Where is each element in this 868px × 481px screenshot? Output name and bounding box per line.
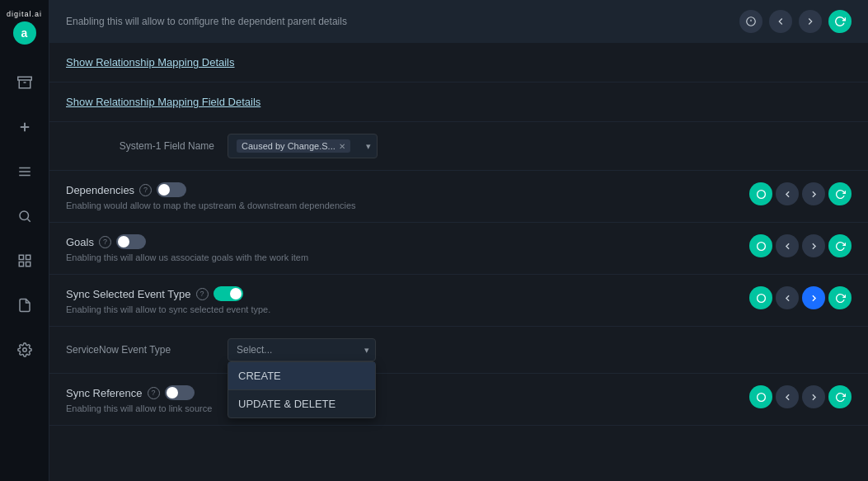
sync-reference-title: Sync Reference ? [66, 385, 733, 400]
goals-toggle-knob [118, 236, 129, 248]
sync-reference-action-btns [749, 385, 852, 408]
info-btn-1[interactable] [739, 10, 762, 33]
svg-point-7 [20, 211, 29, 220]
goals-btn-info[interactable] [749, 234, 772, 257]
sidebar-item-list[interactable] [10, 157, 40, 186]
sync-reference-desc: Enabling this will allow to link source [66, 403, 733, 413]
syncref-btn-refresh[interactable] [828, 385, 852, 408]
sync-event-type-toggle-knob [230, 288, 242, 299]
info-btn-2[interactable] [769, 10, 792, 33]
info-bar-actions [739, 10, 852, 33]
dependencies-action-btns [749, 182, 852, 205]
dependencies-info-icon[interactable]: ? [139, 184, 152, 196]
goals-info-icon[interactable]: ? [99, 236, 111, 248]
svg-point-20 [757, 393, 765, 401]
select-tag-remove[interactable]: ✕ [339, 142, 345, 151]
goals-desc: Enabling this will allow us associate go… [66, 252, 733, 262]
sidebar: digital.ai a [0, 0, 49, 481]
event-type-label: ServiceNow Event Type [66, 344, 214, 356]
sync-event-type-toggle[interactable] [213, 286, 243, 301]
sidebar-item-document[interactable] [10, 290, 40, 320]
sidebar-item-integration[interactable] [10, 246, 40, 276]
goals-left: Goals ? Enabling this will allow us asso… [66, 234, 733, 262]
select-chevron-icon: ▾ [366, 141, 371, 152]
sync-event-type-row: Sync Selected Event Type ? Enabling this… [49, 275, 868, 327]
logo-icon: a [13, 21, 36, 45]
dep-btn-info[interactable] [749, 182, 772, 205]
sidebar-item-archive[interactable] [10, 68, 40, 97]
system1-field-row: System-1 Field Name Caused by Change.S..… [49, 122, 868, 171]
sidebar-item-settings[interactable] [10, 335, 40, 365]
system1-field-select[interactable]: Caused by Change.S... ✕ [228, 134, 378, 158]
sync-reference-left: Sync Reference ? Enabling this will allo… [66, 385, 733, 413]
dep-btn-next[interactable] [802, 182, 825, 205]
svg-point-19 [757, 294, 765, 302]
dep-btn-prev[interactable] [776, 182, 799, 205]
logo-text: digital.ai [7, 10, 42, 18]
sync-event-type-title: Sync Selected Event Type ? [66, 286, 733, 301]
info-btn-3[interactable] [799, 10, 822, 33]
sync-btn-info[interactable] [749, 286, 772, 309]
sync-reference-actions [749, 385, 852, 408]
dependencies-row: Dependencies ? Enabling would allow to m… [49, 171, 868, 223]
system1-field-label: System-1 Field Name [66, 140, 214, 152]
goals-btn-prev[interactable] [776, 234, 799, 257]
event-type-select[interactable]: Select... [228, 338, 376, 361]
info-bar-text: Enabling this will allow to configure th… [66, 16, 347, 27]
dropdown-option-update-delete[interactable]: UPDATE & DELETE [228, 390, 375, 417]
syncref-btn-prev[interactable] [776, 385, 799, 408]
svg-rect-12 [26, 262, 30, 266]
goals-toggle[interactable] [116, 234, 146, 249]
sync-reference-info-icon[interactable]: ? [148, 387, 160, 399]
event-type-dropdown-menu: CREATE UPDATE & DELETE [228, 361, 376, 418]
logo: digital.ai a [7, 10, 42, 45]
servicenow-event-type-row: ServiceNow Event Type Select... ▾ CREATE… [49, 327, 868, 374]
svg-rect-0 [17, 77, 31, 80]
relationship-mapping-field-section: Show Relationship Mapping Field Details [49, 83, 868, 122]
svg-rect-11 [19, 262, 23, 266]
dep-btn-refresh[interactable] [828, 182, 852, 205]
dependencies-actions [749, 182, 852, 205]
svg-line-8 [27, 219, 30, 221]
sync-reference-toggle[interactable] [165, 385, 195, 400]
svg-rect-10 [26, 255, 30, 259]
info-btn-refresh[interactable] [828, 10, 852, 33]
sidebar-item-add[interactable] [10, 112, 40, 142]
dependencies-toggle-knob [158, 184, 170, 196]
sync-btn-next[interactable] [802, 286, 825, 309]
svg-point-18 [757, 242, 765, 250]
event-type-dropdown-container: Select... ▾ CREATE UPDATE & DELETE [228, 338, 376, 361]
dropdown-option-create[interactable]: CREATE [228, 362, 375, 389]
dependencies-title: Dependencies ? [66, 182, 733, 197]
goals-actions [749, 234, 852, 257]
sync-btn-prev[interactable] [776, 286, 799, 309]
relationship-mapping-section: Show Relationship Mapping Details [49, 43, 868, 83]
dependencies-toggle[interactable] [157, 182, 186, 197]
select-tag: Caused by Change.S... ✕ [237, 139, 350, 153]
goals-row: Goals ? Enabling this will allow us asso… [49, 223, 868, 275]
info-bar: Enabling this will allow to configure th… [49, 0, 868, 43]
system1-field-select-wrapper: Caused by Change.S... ✕ ▾ [228, 134, 378, 158]
sidebar-nav [10, 68, 40, 365]
sync-event-type-action-btns [749, 286, 852, 309]
syncref-btn-next[interactable] [802, 385, 825, 408]
syncref-btn-info[interactable] [749, 385, 772, 408]
goals-btn-refresh[interactable] [828, 234, 852, 257]
sync-reference-row: Sync Reference ? Enabling this will allo… [49, 374, 868, 426]
show-relationship-mapping-field-link[interactable]: Show Relationship Mapping Field Details [66, 96, 260, 108]
event-type-placeholder: Select... [237, 344, 272, 356]
sync-event-type-info-icon[interactable]: ? [196, 288, 209, 300]
goals-title: Goals ? [66, 234, 733, 249]
svg-point-17 [757, 190, 765, 198]
show-relationship-mapping-link[interactable]: Show Relationship Mapping Details [66, 56, 235, 68]
svg-rect-9 [19, 255, 23, 259]
select-tag-text: Caused by Change.S... [242, 141, 335, 151]
sync-reference-toggle-knob [167, 387, 178, 398]
sync-event-type-actions [749, 286, 852, 309]
goals-btn-next[interactable] [802, 234, 825, 257]
main-content: Enabling this will allow to configure th… [49, 0, 868, 481]
sync-event-type-desc: Enabling this will allow to sync selecte… [66, 304, 733, 314]
sync-btn-refresh[interactable] [828, 286, 852, 309]
dependencies-left: Dependencies ? Enabling would allow to m… [66, 182, 733, 210]
sidebar-item-search[interactable] [10, 201, 40, 231]
